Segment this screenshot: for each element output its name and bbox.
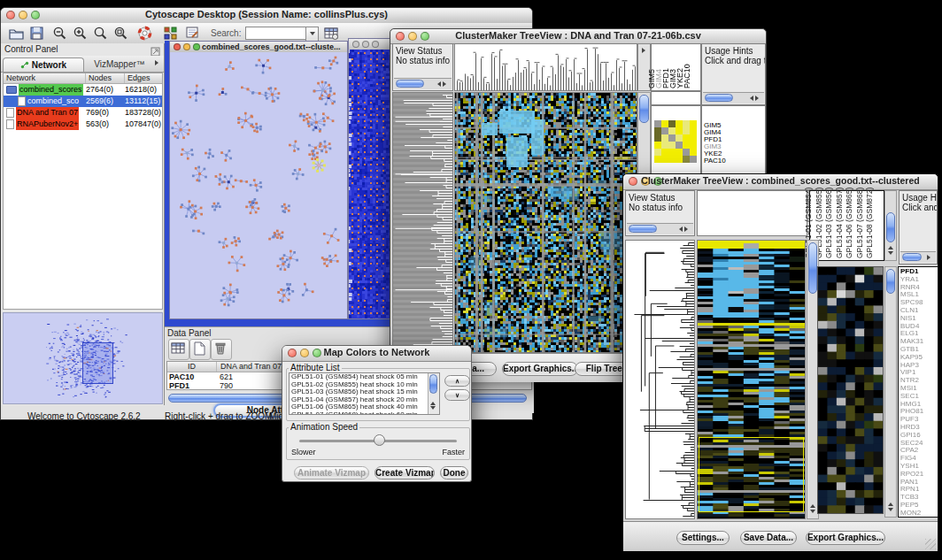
gene-label[interactable]: PAC10 bbox=[704, 157, 765, 165]
matrix-cell bbox=[690, 134, 697, 142]
column-label: GPL51-08 (GSM872) bbox=[873, 191, 884, 260]
matrix-cell bbox=[661, 120, 668, 127]
resize-grip[interactable] bbox=[925, 539, 936, 549]
attribute-listbox[interactable]: GPL51-01 (GSM854) heat shock 05 minGPL51… bbox=[289, 372, 440, 415]
tv1-label-gap bbox=[651, 91, 701, 105]
tv2-vs-scrollbar[interactable] bbox=[627, 223, 693, 234]
delete-attribute-icon[interactable] bbox=[211, 339, 232, 360]
minimize-icon[interactable] bbox=[183, 43, 190, 50]
tv1-zoom-matrix[interactable] bbox=[654, 120, 697, 163]
open-file-icon[interactable] bbox=[8, 25, 25, 42]
new-attribute-icon[interactable] bbox=[189, 339, 211, 360]
annotation-icon[interactable] bbox=[184, 25, 201, 42]
zoom-selected-icon[interactable] bbox=[92, 25, 109, 42]
tv2-titlebar[interactable]: ClusterMaker TreeView : combined_scores_… bbox=[623, 174, 938, 190]
usage-hints-text: Click and bbox=[902, 203, 938, 212]
search-dropdown-icon[interactable] bbox=[305, 27, 319, 42]
view-status-label: View Status bbox=[396, 46, 443, 56]
close-icon[interactable] bbox=[352, 41, 359, 48]
move-up-button[interactable]: ∧ bbox=[444, 375, 470, 387]
zoom-window-icon[interactable] bbox=[372, 41, 379, 48]
matrix-cell bbox=[676, 149, 683, 156]
col-edges[interactable]: Edges bbox=[125, 73, 162, 83]
attribute-list-scrollbar[interactable] bbox=[428, 373, 439, 414]
network-tree-row[interactable]: RNAPuberNov2+563(0)107847(0) bbox=[4, 119, 162, 130]
export-graphics-button[interactable]: Export Graphics... bbox=[502, 362, 578, 376]
tv2-usage-hints-panel: Usage Hi Click and bbox=[899, 190, 938, 265]
matrix-cell bbox=[668, 142, 676, 149]
dialog-titlebar[interactable]: Map Colors to Network bbox=[282, 346, 471, 362]
tv2-column-dendrogram[interactable] bbox=[697, 190, 807, 236]
network-tree-row[interactable]: combined_scores2764(0)16218(0) bbox=[4, 84, 162, 96]
move-down-button[interactable]: ∨ bbox=[444, 389, 470, 401]
vizmapper-icon[interactable] bbox=[162, 25, 179, 42]
attribute-item[interactable]: GPL51-07 (GSM868) heat shock 60 min bbox=[290, 411, 439, 415]
export-graphics-button[interactable]: Export Graphics... bbox=[806, 531, 885, 545]
status-zoom-hint: Right-click + drag to ZOOM bbox=[165, 411, 272, 421]
animate-vizmap-button[interactable]: Animate Vizmap bbox=[294, 466, 369, 479]
tab-overflow-icon[interactable] bbox=[155, 60, 161, 65]
network-view-canvas[interactable] bbox=[170, 52, 347, 318]
main-titlebar[interactable]: Cytoscape Desktop (Session Name: collins… bbox=[1, 8, 532, 24]
tv1-column-labels: GIM5GIM4PFD1GIM3YKE2PAC10 bbox=[651, 43, 701, 91]
tv1-column-dendrogram[interactable] bbox=[454, 43, 637, 91]
col-id[interactable]: ID bbox=[167, 362, 217, 372]
tv1-heatmap[interactable] bbox=[454, 92, 637, 353]
matrix-cell bbox=[661, 142, 668, 149]
network-grid-canvas[interactable] bbox=[349, 50, 390, 318]
tv2-genelist-scrollbar[interactable] bbox=[884, 266, 897, 518]
network-tree-row[interactable]: DNA and Tran 07769(0)183728(0) bbox=[4, 107, 162, 119]
tab-network[interactable]: Network bbox=[3, 58, 84, 72]
save-data-button[interactable]: Save Data... bbox=[740, 531, 797, 545]
matrix-cell bbox=[690, 156, 697, 163]
status-welcome: Welcome to Cytoscape 2.6.2 bbox=[27, 411, 141, 421]
create-vizmap-button[interactable]: Create Vizmap bbox=[374, 466, 435, 479]
animation-speed-group: Slower Faster bbox=[286, 427, 470, 460]
tv2-gene-list[interactable]: PFD1YRA1RNR4MSL1SPC98CLN1NIS1BUD4ELG1MAK… bbox=[898, 266, 938, 518]
column-label: PAC10 bbox=[691, 44, 698, 90]
matrix-cell bbox=[654, 142, 661, 149]
matrix-cell bbox=[683, 127, 690, 134]
settings-button[interactable]: Settings... bbox=[676, 531, 730, 545]
zoom-out-icon[interactable] bbox=[51, 25, 68, 42]
slower-label: Slower bbox=[291, 448, 316, 456]
search-label: Search: bbox=[211, 28, 241, 38]
usage-hints-label: Usage Hints bbox=[705, 46, 753, 56]
tv2-heatmap[interactable] bbox=[697, 240, 806, 519]
tab-vizmapper[interactable]: VizMapper™ bbox=[88, 58, 151, 72]
tv2-label-scrollbar[interactable] bbox=[884, 190, 897, 261]
close-icon[interactable] bbox=[174, 43, 181, 50]
attribute-table-icon[interactable] bbox=[323, 25, 340, 42]
gene-label[interactable]: MON2 bbox=[900, 510, 938, 518]
attribute-list-label: Attribute List bbox=[289, 363, 342, 372]
tv2-gene-dendrogram[interactable] bbox=[625, 240, 695, 519]
network-tree-row[interactable]: combined_sco2569(6)13112(15) bbox=[4, 96, 162, 107]
search-input[interactable] bbox=[245, 27, 307, 40]
matrix-cell bbox=[690, 142, 697, 149]
done-button[interactable]: Done bbox=[440, 466, 468, 479]
network-overview-panel[interactable] bbox=[3, 312, 163, 404]
tv1-uh-scrollbar[interactable] bbox=[703, 92, 764, 104]
col-network[interactable]: Network bbox=[4, 73, 86, 83]
tv1-title: ClusterMaker TreeView : DNA and Tran 07-… bbox=[390, 30, 766, 41]
tv1-gene-dendrogram[interactable] bbox=[392, 92, 453, 353]
zoom-fit-icon[interactable] bbox=[112, 25, 129, 42]
tv1-titlebar[interactable]: ClusterMaker TreeView : DNA and Tran 07-… bbox=[390, 29, 766, 44]
help-lifesaver-icon[interactable] bbox=[136, 25, 153, 42]
speed-slider-thumb[interactable] bbox=[374, 434, 385, 446]
matrix-cell bbox=[683, 134, 690, 142]
col-nodes[interactable]: Nodes bbox=[86, 73, 125, 83]
tv1-view-status-panel: View Status No status info f bbox=[392, 43, 453, 91]
matrix-cell bbox=[654, 149, 661, 156]
tv2-zoom-heatmap[interactable] bbox=[817, 266, 884, 514]
zoom-window-icon[interactable] bbox=[193, 43, 200, 50]
save-icon[interactable] bbox=[28, 25, 45, 42]
dialog-title: Map Colors to Network bbox=[282, 347, 471, 357]
tv1-vs-scrollbar[interactable] bbox=[394, 78, 452, 89]
animation-speed-label: Animation Speed bbox=[289, 422, 359, 432]
minimize-icon[interactable] bbox=[362, 41, 369, 48]
zoom-in-icon[interactable] bbox=[72, 25, 89, 42]
select-attributes-icon[interactable] bbox=[168, 339, 189, 360]
matrix-cell bbox=[668, 127, 676, 134]
tv2-uh-scrollbar[interactable] bbox=[900, 251, 936, 263]
